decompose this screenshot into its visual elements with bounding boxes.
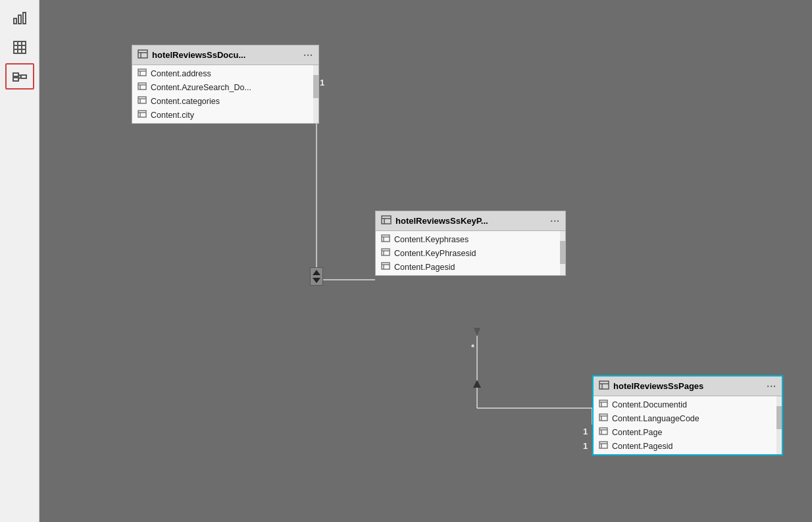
svg-rect-8 — [13, 73, 18, 76]
svg-rect-40 — [382, 235, 390, 242]
field-keyp-1: Content.KeyPhrasesid — [376, 246, 565, 260]
field-docs-2-icon — [138, 96, 147, 106]
svg-rect-22 — [138, 50, 147, 58]
table-keyp-dots[interactable]: ··· — [550, 216, 560, 226]
table-pages[interactable]: hotelReviewsSsPages ··· Content.Document… — [592, 375, 783, 456]
table-keyp-header: hotelReviewsSsKeyP... ··· — [376, 211, 565, 231]
field-keyp-2-icon — [381, 262, 390, 272]
field-keyp-1-icon — [381, 248, 390, 258]
table-docs-dots[interactable]: ··· — [303, 50, 313, 61]
field-keyp-0: Content.Keyphrases — [376, 232, 565, 246]
field-docs-3-icon — [138, 110, 147, 120]
table-docs[interactable]: hotelReviewsSsDocu... ··· Content.addres… — [132, 45, 319, 124]
svg-rect-34 — [138, 111, 146, 117]
sidebar-icon-barchart[interactable] — [5, 5, 34, 32]
table-pages-icon — [599, 380, 609, 392]
table-pages-name: hotelReviewsSsPages — [613, 381, 763, 391]
field-docs-0-icon — [138, 68, 147, 78]
table-keyp-body: Content.Keyphrases Content.KeyPhrasesid — [376, 231, 565, 275]
svg-marker-20 — [313, 278, 320, 283]
table-keyp-icon — [381, 215, 392, 226]
svg-rect-0 — [14, 18, 16, 24]
field-pages-3-icon — [599, 441, 608, 451]
connector-arrow-indicator — [310, 267, 323, 286]
field-pages-3: Content.Pagesid — [594, 439, 782, 453]
field-pages-2-icon — [599, 427, 608, 437]
table-docs-header: hotelReviewsSsDocu... ··· — [132, 45, 318, 65]
svg-rect-1 — [18, 15, 21, 24]
field-docs-0: Content.address — [132, 66, 318, 80]
rel-label-star: * — [471, 342, 474, 352]
svg-rect-10 — [21, 75, 26, 78]
svg-marker-19 — [313, 270, 320, 275]
field-keyp-2: Content.Pagesid — [376, 260, 565, 274]
table-pages-header: hotelReviewsSsPages ··· — [594, 377, 782, 396]
field-docs-3: Content.city — [132, 108, 318, 122]
svg-rect-52 — [599, 400, 607, 407]
field-docs-2: Content.categories — [132, 94, 318, 108]
svg-rect-3 — [14, 41, 26, 53]
svg-rect-28 — [138, 83, 146, 90]
svg-rect-25 — [138, 69, 146, 76]
field-pages-1: Content.LanguageCode — [594, 411, 782, 425]
connector-arrow-up — [470, 378, 484, 392]
sidebar — [0, 0, 39, 522]
field-pages-2: Content.Page — [594, 425, 782, 439]
table-pages-body: Content.Documentid Content.LanguageCode — [594, 396, 782, 454]
svg-rect-31 — [138, 97, 146, 103]
svg-rect-58 — [599, 428, 607, 434]
table-docs-name: hotelReviewsSsDocu... — [152, 50, 299, 60]
svg-rect-55 — [599, 414, 607, 421]
field-keyp-0-icon — [381, 234, 390, 244]
field-pages-1-icon — [599, 413, 608, 423]
field-docs-1-icon — [138, 82, 147, 92]
svg-marker-21 — [473, 380, 481, 388]
svg-rect-49 — [599, 381, 609, 389]
svg-rect-46 — [382, 263, 390, 269]
table-docs-icon — [138, 49, 148, 61]
svg-rect-37 — [382, 216, 391, 224]
field-pages-0: Content.Documentid — [594, 398, 782, 411]
sidebar-icon-grid[interactable] — [5, 34, 34, 61]
svg-rect-61 — [599, 442, 607, 448]
svg-rect-2 — [23, 13, 26, 24]
table-docs-body: Content.address Content.AzureSearch_Do..… — [132, 65, 318, 123]
rel-label-1b: 1 — [583, 427, 588, 436]
svg-rect-9 — [13, 78, 18, 81]
svg-rect-43 — [382, 249, 390, 255]
rel-label-1a: 1 — [320, 78, 324, 88]
field-pages-0-icon — [599, 400, 608, 409]
field-docs-1: Content.AzureSearch_Do... — [132, 80, 318, 94]
table-keyp[interactable]: hotelReviewsSsKeyP... ··· Content.Keyphr… — [375, 211, 566, 276]
rel-label-1c: 1 — [583, 441, 588, 451]
table-keyp-name: hotelReviewsSsKeyP... — [395, 216, 546, 226]
table-pages-dots[interactable]: ··· — [767, 381, 776, 392]
canvas: 1 * 1 1 hotelReviewsSsDocu... ··· — [39, 0, 812, 522]
svg-marker-18 — [474, 328, 480, 336]
sidebar-icon-schema[interactable] — [5, 63, 34, 90]
